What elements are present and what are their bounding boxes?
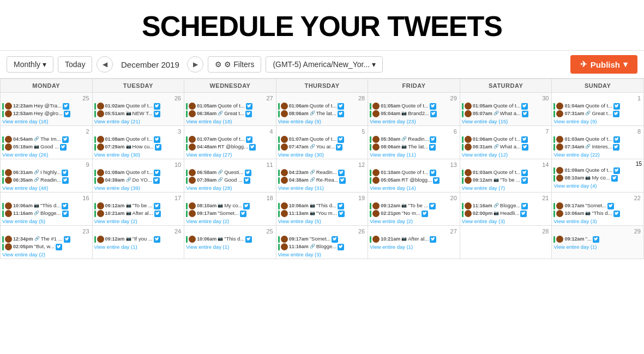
tweet-entry[interactable]: 10:06am📷"This d... <box>2 202 91 209</box>
tweet-entry[interactable]: 09:12am📷"If you ... <box>94 236 183 243</box>
tweet-entry[interactable]: 07:31am🔗Great t... <box>553 110 642 117</box>
tweet-entry[interactable]: 07:39am🔗Good ... <box>186 177 274 184</box>
tweet-entry[interactable]: 04:38am🔗Re-Rea... <box>278 177 366 184</box>
tweet-entry[interactable]: 05:04am📷Brand2... <box>370 110 458 117</box>
tweet-entry[interactable]: 12:34pm🔗The #1 ... <box>2 236 91 243</box>
tweet-entry[interactable]: 01:08amQuote of t... <box>94 169 183 176</box>
view-entire-day-link[interactable]: View entire day (26) <box>2 152 91 158</box>
view-entire-day-link[interactable]: View entire day (23) <box>370 118 458 124</box>
view-entire-day-link[interactable]: View entire day (11) <box>370 152 458 158</box>
view-entire-day-link[interactable]: View entire day (1) <box>553 244 642 250</box>
tweet-entry[interactable]: 01:03amQuote of t... <box>462 169 550 176</box>
tweet-entry[interactable]: 12:53amHey @glro... <box>2 110 91 117</box>
tweet-entry[interactable]: 07:29am📷How cu... <box>94 143 183 151</box>
tweet-entry[interactable]: 06:31am🔗I highly... <box>2 169 91 176</box>
tweet-entry[interactable]: 10:21am📷After al... <box>370 236 458 243</box>
view-entire-day-link[interactable]: View entire day (2) <box>186 218 274 224</box>
view-entire-day-link[interactable]: View entire day (9) <box>553 118 642 124</box>
tweet-entry[interactable]: 10:21am📷After al... <box>94 210 183 217</box>
tweet-entry[interactable]: 11:16am🔗Blogge... <box>2 210 91 217</box>
tweet-entry[interactable]: 01:04amQuote of t... <box>553 103 642 110</box>
view-entire-day-link[interactable]: View entire day (5) <box>278 218 366 224</box>
view-entire-day-link[interactable]: View entire day (15) <box>462 118 550 124</box>
view-entire-day-link[interactable]: View entire day (28) <box>186 185 274 191</box>
tweet-entry[interactable]: 10:06am📷"This d... <box>553 210 642 217</box>
tweet-entry[interactable]: 01:10amQuote of t... <box>370 169 458 176</box>
view-entire-day-link[interactable]: View entire day (12) <box>462 152 550 158</box>
tweet-entry[interactable]: 09:12am📷"To be ... <box>462 177 550 184</box>
view-entire-day-link[interactable]: View entire day (3) <box>278 251 366 257</box>
view-entire-day-link[interactable]: View entire day (30) <box>94 152 183 158</box>
tweet-entry[interactable]: 01:05amQuote of t... <box>462 103 550 110</box>
tweet-entry[interactable]: 01:03amQuote of t... <box>553 136 642 143</box>
view-entire-day-link[interactable]: View entire day (18) <box>186 118 274 124</box>
tweet-entry[interactable]: 01:07amQuote of t... <box>186 136 274 143</box>
tweet-entry[interactable]: 05:30am🔗Readin... <box>370 136 458 143</box>
tweet-entry[interactable]: 07:47am🔗You ar... <box>278 143 366 151</box>
tweet-entry[interactable]: 05:05amRT @blogg... <box>370 177 458 184</box>
tweet-entry[interactable]: 01:06amQuote of t... <box>462 136 550 143</box>
view-entire-day-link[interactable]: View entire day (14) <box>370 185 458 191</box>
tweet-entry[interactable]: 10:06am📷"This d... <box>186 236 274 243</box>
today-button[interactable]: Today <box>58 56 92 73</box>
tweet-entry[interactable]: 01:09amQuote of t... <box>553 167 642 174</box>
view-entire-day-link[interactable]: View entire day (3) <box>462 218 550 224</box>
tweet-entry[interactable]: 01:07amQuote of t... <box>278 136 366 143</box>
tweet-entry[interactable]: 10:06am📷"This d... <box>278 202 366 209</box>
view-entire-day-link[interactable]: View entire day (5) <box>2 218 91 224</box>
view-entire-day-link[interactable]: View entire day (21) <box>94 118 183 124</box>
view-entire-day-link[interactable]: View entire day (1) <box>94 244 183 250</box>
tweet-entry[interactable]: 02:05pm"But, w... <box>2 243 91 250</box>
tweet-entry[interactable]: 11:16am🔗Blogge... <box>278 243 366 250</box>
tweet-entry[interactable]: 09:12am📷"To be ... <box>370 202 458 209</box>
tweet-entry[interactable]: 12:23amHey @Tra... <box>2 103 91 110</box>
monthly-button[interactable]: Monthly ▾ <box>7 56 53 73</box>
view-entire-day-link[interactable]: View entire day (31) <box>278 185 366 191</box>
tweet-entry[interactable]: 08:10am📷My co... <box>186 202 274 209</box>
filters-button[interactable]: ⚙ ⚙ Filters <box>208 56 261 73</box>
tweet-entry[interactable]: 04:23am🔗Readin... <box>278 169 366 176</box>
tweet-entry[interactable]: 06:58am🔗Questi... <box>186 169 274 176</box>
tweet-entry[interactable]: 08:06am🔗The lat... <box>278 110 366 117</box>
publish-button[interactable]: ✈ Publish ▾ <box>570 55 637 74</box>
view-entire-day-link[interactable]: View entire day (3) <box>553 218 642 224</box>
tweet-entry[interactable]: 09:17am"Somet... <box>278 236 366 243</box>
prev-month-button[interactable]: ◀ <box>97 56 113 73</box>
tweet-entry[interactable]: 07:34am🔗Interes... <box>553 143 642 151</box>
tweet-entry[interactable]: 01:05amQuote of t... <box>186 103 274 110</box>
view-entire-day-link[interactable]: View entire day (30) <box>278 152 366 158</box>
tweet-entry[interactable]: 09:12am"... <box>553 236 642 243</box>
tweet-entry[interactable]: 08:31am🔗What a... <box>462 143 550 151</box>
view-entire-day-link[interactable]: View entire day (48) <box>2 185 91 191</box>
tweet-entry[interactable]: 02:00pm📷Headli... <box>462 210 550 217</box>
view-entire-day-link[interactable]: View entire day (18) <box>2 118 91 124</box>
tweet-entry[interactable]: 06:36am🔗Great t... <box>186 110 274 117</box>
view-entire-day-link[interactable]: View entire day (2) <box>94 218 183 224</box>
tweet-entry[interactable]: 04:54am🔗The Im... <box>2 136 91 143</box>
tweet-entry[interactable]: 01:05amQuote of t... <box>370 103 458 110</box>
view-entire-day-link[interactable]: View entire day (9) <box>278 118 366 124</box>
view-entire-day-link[interactable]: View entire day (1) <box>186 244 274 250</box>
view-entire-day-link[interactable]: View entire day (2) <box>370 218 458 224</box>
tweet-entry[interactable]: 11:16am🔗Blogge... <box>462 202 550 209</box>
tweet-entry[interactable]: 06:35am🔗Readin... <box>2 177 91 184</box>
tweet-entry[interactable]: 01:06amQuote of t... <box>278 103 366 110</box>
tweet-entry[interactable]: 02:21pm"No m... <box>370 210 458 217</box>
tweet-entry[interactable]: 09:12am📷"To be ... <box>94 202 183 209</box>
tweet-entry[interactable]: 04:48amRT @blogg... <box>186 143 274 151</box>
tweet-entry[interactable]: 05:07am🔗What a... <box>462 110 550 117</box>
tweet-entry[interactable]: 04:39am🔗Do YO... <box>94 177 183 184</box>
tweet-entry[interactable]: 05:18am📷Good ... <box>2 143 91 151</box>
view-entire-day-link[interactable]: View entire day (1) <box>370 244 458 250</box>
view-entire-day-link[interactable]: View entire day (22) <box>553 152 642 158</box>
next-month-button[interactable]: ▶ <box>187 56 203 73</box>
view-entire-day-link[interactable]: View entire day (39) <box>94 185 183 191</box>
tweet-entry[interactable]: 09:17am"Somet... <box>186 210 274 217</box>
tweet-entry[interactable]: 09:17am"Somet... <box>553 202 642 209</box>
tweet-entry[interactable]: 05:51am📷NEW T... <box>94 110 183 117</box>
tweet-entry[interactable]: 11:13am📷"You m... <box>278 210 366 217</box>
timezone-button[interactable]: (GMT-5) America/New_Yor... ▾ <box>266 56 383 73</box>
tweet-entry[interactable]: 08:10am📷My co... <box>553 175 642 182</box>
view-entire-day-link[interactable]: View entire day (2) <box>2 251 91 257</box>
tweet-entry[interactable]: 01:08amQuote of t... <box>94 136 183 143</box>
